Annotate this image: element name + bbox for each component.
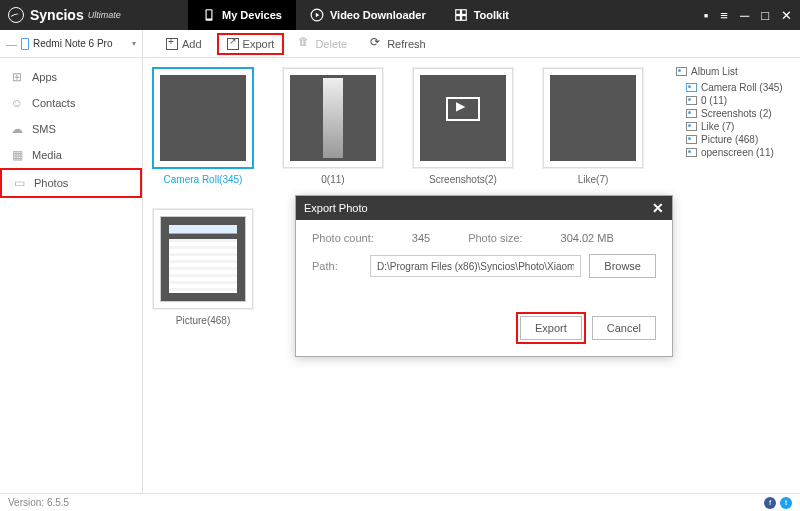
refresh-button[interactable]: Refresh xyxy=(362,34,435,54)
album-list-label: openscreen (11) xyxy=(701,147,774,158)
folder-icon xyxy=(676,67,687,76)
album-caption: Picture(468) xyxy=(153,315,253,326)
album-icon xyxy=(686,109,697,118)
album-caption: Like(7) xyxy=(543,174,643,185)
tab-my-devices[interactable]: My Devices xyxy=(188,0,296,30)
album-icon xyxy=(686,83,697,92)
dialog-close-button[interactable]: ✕ xyxy=(652,200,664,216)
tab-video-downloader[interactable]: Video Downloader xyxy=(296,0,440,30)
dialog-export-button[interactable]: Export xyxy=(520,316,582,340)
album-list-item[interactable]: 0 (11) xyxy=(676,94,794,107)
album-list-label: Like (7) xyxy=(701,121,734,132)
delete-label: Delete xyxy=(315,38,347,50)
export-label: Export xyxy=(243,38,275,50)
minimize-icon[interactable]: ─ xyxy=(740,8,749,23)
album-list-label: 0 (11) xyxy=(701,95,727,106)
album-list-item[interactable]: Picture (468) xyxy=(676,133,794,146)
album-picture[interactable]: Picture(468) xyxy=(153,209,253,326)
window-controls: ▪ ≡ ─ □ ✕ xyxy=(704,8,792,23)
device-icon xyxy=(21,38,29,50)
album-camera-roll[interactable]: Camera Roll(345) xyxy=(153,68,253,185)
tab-toolkit[interactable]: Toolkit xyxy=(440,0,523,30)
add-button[interactable]: Add xyxy=(157,34,211,54)
album-thumbnail xyxy=(413,68,513,168)
menu-icon[interactable]: ≡ xyxy=(720,8,728,23)
social-links: f t xyxy=(764,497,792,509)
app-logo: Syncios Ultimate xyxy=(8,7,188,23)
facebook-icon[interactable]: f xyxy=(764,497,776,509)
status-bar: Version: 6.5.5 f t xyxy=(0,493,800,511)
album-thumbnail xyxy=(543,68,643,168)
svg-rect-4 xyxy=(455,10,460,15)
add-label: Add xyxy=(182,38,202,50)
svg-rect-6 xyxy=(455,16,460,21)
album-caption: Camera Roll(345) xyxy=(153,174,253,185)
phone-icon xyxy=(202,8,216,22)
photo-count-value: 345 xyxy=(412,232,430,244)
refresh-label: Refresh xyxy=(387,38,426,50)
device-selector[interactable]: — Redmi Note 6 Pro ▾ xyxy=(0,30,143,58)
dialog-titlebar: Export Photo ✕ xyxy=(296,196,672,220)
album-screenshots[interactable]: Screenshots(2) xyxy=(413,68,513,185)
twitter-icon[interactable]: t xyxy=(780,497,792,509)
close-icon[interactable]: ✕ xyxy=(781,8,792,23)
sidebar-item-photos[interactable]: ▭Photos xyxy=(0,168,142,198)
device-toolbar: — Redmi Note 6 Pro ▾ Add Export Delete R… xyxy=(0,30,800,58)
sidebar-item-apps[interactable]: ⊞Apps xyxy=(0,64,142,90)
sidebar-label: SMS xyxy=(32,123,56,135)
export-button[interactable]: Export xyxy=(217,33,285,55)
album-like[interactable]: Like(7) xyxy=(543,68,643,185)
album-list-item[interactable]: Screenshots (2) xyxy=(676,107,794,120)
sidebar-item-contacts[interactable]: ☺Contacts xyxy=(0,90,142,116)
sms-icon: ☁ xyxy=(10,122,24,136)
dialog-cancel-button[interactable]: Cancel xyxy=(592,316,656,340)
album-thumbnail xyxy=(283,68,383,168)
tab-label: My Devices xyxy=(222,9,282,21)
album-list-label: Screenshots (2) xyxy=(701,108,772,119)
maximize-icon[interactable]: □ xyxy=(761,8,769,23)
photo-count-label: Photo count: xyxy=(312,232,374,244)
browse-button[interactable]: Browse xyxy=(589,254,656,278)
path-label: Path: xyxy=(312,260,362,272)
album-caption: Screenshots(2) xyxy=(413,174,513,185)
sidebar-label: Contacts xyxy=(32,97,75,109)
chevron-down-icon: ▾ xyxy=(132,39,136,48)
album-thumbnail xyxy=(153,68,253,168)
app-edition: Ultimate xyxy=(88,10,121,20)
sidebar-item-sms[interactable]: ☁SMS xyxy=(0,116,142,142)
album-thumbnail xyxy=(153,209,253,309)
album-list-item[interactable]: openscreen (11) xyxy=(676,146,794,159)
export-icon xyxy=(227,38,239,50)
delete-button[interactable]: Delete xyxy=(290,34,356,54)
path-input[interactable] xyxy=(370,255,581,277)
photo-size-value: 304.02 MB xyxy=(561,232,614,244)
sidebar: ⊞Apps ☺Contacts ☁SMS ▦Media ▭Photos xyxy=(0,58,143,493)
feedback-icon[interactable]: ▪ xyxy=(704,8,709,23)
sidebar-label: Apps xyxy=(32,71,57,83)
album-0[interactable]: 0(11) xyxy=(283,68,383,185)
delete-icon xyxy=(299,38,311,50)
app-name: Syncios xyxy=(30,7,84,23)
album-list-title: Album List xyxy=(691,66,738,77)
album-list-label: Camera Roll (345) xyxy=(701,82,783,93)
dialog-path-row: Path: Browse xyxy=(312,254,656,278)
album-icon xyxy=(686,122,697,131)
apps-icon: ⊞ xyxy=(10,70,24,84)
actions-toolbar: Add Export Delete Refresh xyxy=(143,33,435,55)
album-icon xyxy=(686,148,697,157)
sidebar-item-media[interactable]: ▦Media xyxy=(0,142,142,168)
album-list-item[interactable]: Like (7) xyxy=(676,120,794,133)
sidebar-label: Photos xyxy=(34,177,68,189)
album-list-item[interactable]: Camera Roll (345) xyxy=(676,81,794,94)
tab-label: Toolkit xyxy=(474,9,509,21)
titlebar: Syncios Ultimate My Devices Video Downlo… xyxy=(0,0,800,30)
grid-icon xyxy=(454,8,468,22)
logo-icon xyxy=(8,7,24,23)
refresh-icon xyxy=(371,38,383,50)
nav-tabs: My Devices Video Downloader Toolkit xyxy=(188,0,523,30)
photo-size-label: Photo size: xyxy=(468,232,522,244)
album-icon xyxy=(686,135,697,144)
add-icon xyxy=(166,38,178,50)
album-icon xyxy=(686,96,697,105)
version-label: Version: 6.5.5 xyxy=(8,497,69,508)
